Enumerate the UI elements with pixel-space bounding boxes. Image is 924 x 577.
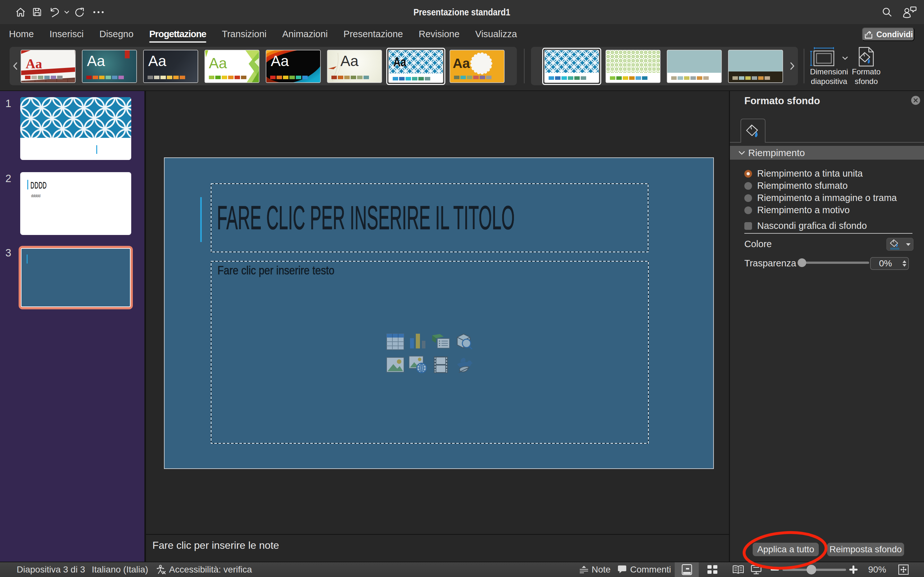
tab-inserisci[interactable]: Inserisci xyxy=(49,24,83,44)
theme-color-chip xyxy=(93,76,98,79)
option-solid-fill[interactable]: Riempimento a tinta unita xyxy=(744,168,863,179)
variant-teal-dark-band[interactable] xyxy=(729,50,782,82)
editing-canvas: FARE CLIC PER INSERIRE IL TITOLO Fare cl… xyxy=(146,91,729,562)
insert-online-pictures-icon[interactable] xyxy=(408,355,428,375)
radio[interactable] xyxy=(744,206,752,214)
reading-view-button[interactable] xyxy=(732,562,744,577)
slide-sorter-view-button[interactable] xyxy=(708,562,718,577)
theme-brick-red[interactable]: Aa xyxy=(21,50,75,82)
panel-title: Formato sfondo xyxy=(744,95,820,107)
slide-thumbnail-1[interactable] xyxy=(20,97,131,160)
notes-placeholder[interactable]: Fare clic per inserire le note xyxy=(152,540,279,551)
radio[interactable] xyxy=(744,182,752,190)
tab-transizioni[interactable]: Transizioni xyxy=(222,24,267,44)
slide-canvas[interactable]: FARE CLIC PER INSERIRE IL TITOLO Fare cl… xyxy=(165,158,713,468)
tab-visualizza[interactable]: Visualizza xyxy=(475,24,517,44)
transparency-slider-thumb[interactable] xyxy=(798,258,806,267)
variants-gallery-next-arrow[interactable] xyxy=(787,47,798,85)
variant-teal-light[interactable] xyxy=(667,50,721,82)
notes-divider[interactable] xyxy=(146,534,729,535)
theme-color-chip xyxy=(671,76,677,80)
transparency-value-box[interactable]: 0% xyxy=(870,257,909,270)
theme-color-chip xyxy=(764,76,770,80)
chevron-down-icon xyxy=(906,243,911,246)
zoom-slider-thumb[interactable] xyxy=(806,565,816,574)
theme-color-chip xyxy=(209,76,214,79)
theme-color-chip xyxy=(338,76,343,79)
theme-wisp-cream[interactable]: Aa xyxy=(328,50,381,82)
search-icon[interactable] xyxy=(882,0,893,24)
insert-chart-icon[interactable] xyxy=(408,332,428,351)
format-background-button[interactable]: Formatosfondo xyxy=(842,47,890,89)
themes-gallery-prev-arrow[interactable] xyxy=(10,47,21,85)
zoom-in-button[interactable] xyxy=(849,562,858,577)
comments-label: Commenti xyxy=(630,564,671,575)
share-button[interactable]: Condividi xyxy=(862,27,914,41)
apply-to-all-button[interactable]: Applica a tutto xyxy=(753,543,819,556)
option-pattern-fill[interactable]: Riempimento a motivo xyxy=(744,205,850,215)
theme-color-chip xyxy=(732,76,738,80)
theme-color-chip xyxy=(180,76,185,79)
theme-ion-teal[interactable]: Aa xyxy=(82,50,136,82)
option-picture-fill[interactable]: Riempimento a immagine o trama xyxy=(744,193,897,203)
plus-icon xyxy=(849,566,858,574)
slideshow-view-button[interactable] xyxy=(751,562,762,577)
theme-color-chip xyxy=(703,76,709,80)
paint-bucket-icon xyxy=(746,124,760,138)
radio-selected[interactable] xyxy=(744,170,752,177)
theme-aa-sample: Aa xyxy=(271,53,289,68)
tab-home[interactable]: Home xyxy=(9,24,34,44)
color-picker-button[interactable] xyxy=(887,238,913,251)
zoom-level[interactable]: 90% xyxy=(868,562,886,577)
reading-view-icon xyxy=(732,565,744,574)
option-label: Riempimento a tinta unita xyxy=(757,168,863,179)
theme-color-chip xyxy=(405,77,411,81)
comments-toggle[interactable]: Commenti xyxy=(617,562,671,577)
normal-view-button[interactable] xyxy=(675,562,699,577)
theme-aa-sample: Aa xyxy=(341,53,359,68)
insert-stock-icons-icon[interactable] xyxy=(454,355,473,375)
panel-close-button[interactable] xyxy=(911,96,920,105)
slide-thumbnail-3-selected[interactable] xyxy=(19,246,133,309)
svg-text:Aa: Aa xyxy=(26,56,42,71)
insert-video-icon[interactable] xyxy=(431,355,451,375)
tab-progettazione[interactable]: Progettazione xyxy=(149,24,206,44)
tab-revisione[interactable]: Revisione xyxy=(419,24,459,44)
radio[interactable] xyxy=(744,194,752,202)
slide-thumbnail-2[interactable]: DDDD ddddd xyxy=(20,172,131,235)
notes-toggle[interactable]: Note xyxy=(580,562,611,577)
accessibility-status[interactable]: Accessibilità: verifica xyxy=(156,562,252,577)
variant-green-pattern[interactable] xyxy=(606,50,660,82)
language-indicator[interactable]: Italiano (Italia) xyxy=(92,562,148,577)
spinner-arrows[interactable] xyxy=(903,258,906,269)
transparency-slider-track[interactable] xyxy=(800,261,869,264)
tab-animazioni[interactable]: Animazioni xyxy=(282,24,328,44)
theme-facet-green[interactable]: Aa xyxy=(205,50,259,82)
variant-integral-pattern[interactable] xyxy=(545,50,599,82)
fill-tab[interactable] xyxy=(740,119,766,143)
tab-disegno[interactable]: Disegno xyxy=(99,24,134,44)
fit-to-window-button[interactable] xyxy=(898,562,909,577)
option-gradient-fill[interactable]: Riempimento sfumato xyxy=(744,181,848,191)
theme-color-chip xyxy=(623,76,628,80)
divider xyxy=(744,233,913,234)
insert-table-icon[interactable] xyxy=(385,332,405,351)
checkbox[interactable] xyxy=(744,222,752,230)
theme-blaze-black[interactable]: Aa xyxy=(266,50,320,82)
presence-icon[interactable] xyxy=(902,0,917,24)
tab-presentazione[interactable]: Presentazione xyxy=(344,24,403,44)
insert-smartart-icon[interactable] xyxy=(431,332,451,351)
fill-section-header[interactable]: Riempimento xyxy=(730,146,924,160)
zoom-out-button[interactable] xyxy=(771,562,779,577)
theme-aa-sample: Aa xyxy=(87,53,105,68)
slide-counter[interactable]: Diapositiva 3 di 3 xyxy=(17,562,85,577)
share-label: Condividi xyxy=(877,30,913,39)
reset-background-button[interactable]: Reimposta sfondo xyxy=(827,543,904,556)
theme-berlin-orange[interactable]: Aa xyxy=(450,50,504,82)
content-placeholder-icons xyxy=(385,332,473,375)
insert-picture-icon[interactable] xyxy=(385,355,405,375)
theme-depth-dark[interactable]: Aa xyxy=(144,50,198,82)
insert-3d-model-icon[interactable] xyxy=(454,332,473,351)
theme-integral-blue[interactable]: Aa xyxy=(389,50,443,82)
option-hide-background[interactable]: Nascondi grafica di sfondo xyxy=(744,221,867,231)
